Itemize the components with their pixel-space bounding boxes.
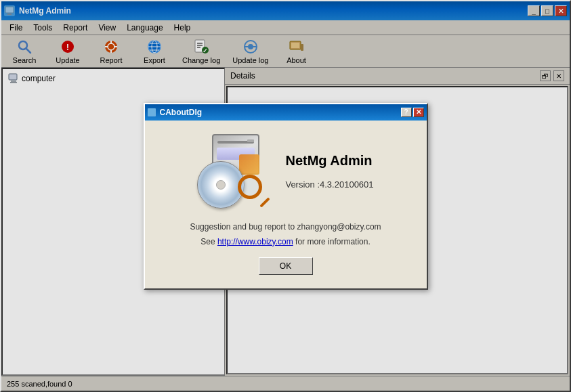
suggestion-text: Suggestion and bug report to zhangyong@o… — [190, 222, 381, 232]
dialog-controls: ? ✕ — [401, 108, 424, 117]
dialog-title-icon — [148, 108, 156, 116]
ok-button[interactable]: OK — [259, 257, 313, 275]
app-version: Version :4.3.20100601 — [285, 179, 373, 190]
link-prefix: See — [200, 237, 217, 246]
about-link[interactable]: http://www.obizy.com — [217, 237, 293, 246]
modal-overlay: CAboutDlg ? ✕ — [0, 0, 571, 392]
app-info: NetMg Admin Version :4.3.20100601 — [285, 153, 373, 190]
link-row: See http://www.obizy.com for more inform… — [200, 237, 371, 246]
app-icon-container — [197, 134, 272, 209]
link-suffix: for more information. — [293, 237, 371, 246]
dialog-close-button[interactable]: ✕ — [413, 108, 424, 117]
dialog-title-bar: CAboutDlg ? ✕ — [145, 104, 427, 121]
app-name: NetMg Admin — [285, 153, 373, 169]
dialog-body: NetMg Admin Version :4.3.20100601 Sugges… — [145, 121, 427, 288]
dialog-help-button[interactable]: ? — [401, 108, 412, 117]
about-dialog: CAboutDlg ? ✕ — [144, 103, 428, 290]
dialog-content-row: NetMg Admin Version :4.3.20100601 — [197, 134, 373, 209]
dialog-title-text: CAboutDlg — [160, 108, 401, 117]
